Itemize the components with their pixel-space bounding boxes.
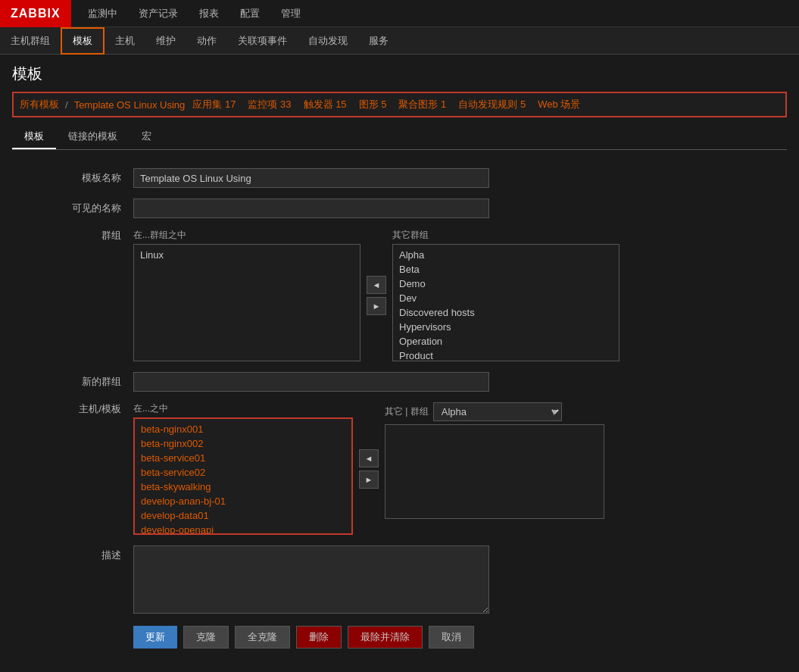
group-arrow-buttons: ◄ ► [367,276,386,315]
group-other-item-3[interactable]: Dev [396,291,616,305]
group-other-label: 其它群组 [392,229,620,242]
host-item-0[interactable]: beta-nginx001 [138,422,348,436]
new-group-input[interactable] [133,372,489,392]
host-arrow-buttons: ◄ ► [359,449,379,489]
group-other-item-7[interactable]: Product [396,349,616,361]
host-other-label: 其它 | 群组 Alpha Beta Linux ▼ [385,402,604,421]
group-move-right-button[interactable]: ► [367,297,386,315]
nav-services[interactable]: 服务 [358,27,399,55]
host-template-in-block: 在...之中 beta-nginx001 beta-nginx002 beta-… [133,402,353,535]
clone-button[interactable]: 克隆 [183,626,229,649]
group-other-item-2[interactable]: Demo [396,277,616,291]
host-listbox-other[interactable] [385,424,604,519]
breadcrumb-bar: 所有模板 / Template OS Linux Using 应用集 17 监控… [12,92,787,117]
group-other-item-0[interactable]: Alpha [396,248,616,262]
breadcrumb-all-templates[interactable]: 所有模板 [20,98,59,111]
description-row: 描述 [12,545,787,614]
group-in-item-linux[interactable]: Linux [137,248,357,262]
host-item-3[interactable]: beta-service02 [138,465,348,480]
template-name-input[interactable] [133,168,489,188]
visible-name-input[interactable] [133,198,489,218]
breadcrumb-tab-appsets[interactable]: 应用集 17 [188,96,240,113]
host-template-label: 主机/模板 [12,402,133,416]
breadcrumb-tab-discovery[interactable]: 自动发现规则 5 [454,96,530,113]
top-nav-items: 监测中 资产记录 报表 配置 管理 [77,0,311,27]
nav-templates[interactable]: 模板 [61,27,105,55]
group-other-item-5[interactable]: Hypervisors [396,320,616,334]
breadcrumb-tab-triggers[interactable]: 触发器 15 [299,96,351,113]
host-move-right-button[interactable]: ► [359,470,379,489]
host-item-1[interactable]: beta-nginx002 [138,436,348,451]
cancel-button[interactable]: 取消 [429,626,474,649]
group-other-listbox[interactable]: Alpha Beta Demo Dev Discovered hosts Hyp… [392,244,620,361]
visible-name-label: 可见的名称 [12,198,133,215]
host-template-in-label: 在...之中 [133,402,353,415]
groups-row: 群组 在...群组之中 Linux ◄ ► 其它群组 Alpha Beta [12,229,787,361]
new-group-row: 新的群组 [12,372,787,392]
page-title: 模板 [12,64,787,84]
nav-reports[interactable]: 报表 [189,0,229,27]
action-buttons: 更新 克隆 全克隆 删除 最除并清除 取消 [12,626,787,649]
nav-host-groups[interactable]: 主机群组 [0,27,61,55]
host-template-other-block: 其它 | 群组 Alpha Beta Linux ▼ [385,402,604,519]
breadcrumb-current-template[interactable]: Template OS Linux Using [74,99,186,111]
nav-linked-events[interactable]: 关联项事件 [227,27,298,55]
host-item-5[interactable]: develop-anan-bj-01 [138,494,348,508]
group-other-item-6[interactable]: Operation [396,334,616,349]
form-section: 模板名称 可见的名称 群组 在...群组之中 Linux ◄ ► [12,162,787,655]
template-name-label: 模板名称 [12,168,133,185]
group-in-listbox[interactable]: Linux [133,244,360,361]
logo[interactable]: ZABBIX [0,0,71,27]
host-template-row: 主机/模板 在...之中 beta-nginx001 beta-nginx002… [12,402,787,535]
description-textarea[interactable] [133,545,489,614]
nav-auto-discovery[interactable]: 自动发现 [298,27,358,55]
host-group-select[interactable]: Alpha Beta Linux [433,402,562,421]
breadcrumb-tab-graphs[interactable]: 图形 5 [354,96,392,113]
description-label: 描述 [12,545,133,562]
breadcrumb-separator: / [65,99,68,111]
group-other-item-4[interactable]: Discovered hosts [396,305,616,320]
groups-label: 群组 [12,229,133,242]
nav-hosts[interactable]: 主机 [105,27,145,55]
host-item-2[interactable]: beta-service01 [138,451,348,465]
new-group-label: 新的群组 [12,372,133,389]
sub-tabs: 模板 链接的模板 宏 [12,125,787,150]
full-clone-button[interactable]: 全克隆 [235,626,290,649]
nav-maintenance[interactable]: 维护 [145,27,186,55]
nav-actions[interactable]: 动作 [186,27,227,55]
update-button[interactable]: 更新 [133,626,177,649]
breadcrumb-tab-items[interactable]: 监控项 33 [243,96,295,113]
group-in-label: 在...群组之中 [133,229,360,242]
group-move-left-button[interactable]: ◄ [367,276,386,294]
host-item-7[interactable]: develop-openapi [138,523,348,535]
template-name-row: 模板名称 [12,168,787,188]
host-move-left-button[interactable]: ◄ [359,449,379,467]
nav-monitor[interactable]: 监测中 [77,0,128,27]
second-navigation: 主机群组 模板 主机 维护 动作 关联项事件 自动发现 服务 [0,27,799,55]
nav-config[interactable]: 配置 [229,0,270,27]
sub-tab-template[interactable]: 模板 [12,125,56,149]
group-in-block: 在...群组之中 Linux [133,229,360,361]
host-item-6[interactable]: develop-data01 [138,508,348,523]
host-template-container: 在...之中 beta-nginx001 beta-nginx002 beta-… [133,402,604,535]
group-other-item-1[interactable]: Beta [396,262,616,277]
sub-tab-linked[interactable]: 链接的模板 [56,125,130,149]
breadcrumb-tab-screens[interactable]: 聚合图形 1 [394,96,451,113]
group-other-block: 其它群组 Alpha Beta Demo Dev Discovered host… [392,229,620,361]
nav-assets[interactable]: 资产记录 [128,0,189,27]
breadcrumb-tab-web[interactable]: Web 场景 [533,96,585,113]
sub-tab-macros[interactable]: 宏 [130,125,164,149]
host-listbox-in[interactable]: beta-nginx001 beta-nginx002 beta-service… [133,417,353,535]
top-navigation: ZABBIX 监测中 资产记录 报表 配置 管理 [0,0,799,27]
visible-name-row: 可见的名称 [12,198,787,218]
groups-container: 在...群组之中 Linux ◄ ► 其它群组 Alpha Beta Demo … [133,229,620,361]
nav-admin[interactable]: 管理 [270,0,311,27]
delete-clean-button[interactable]: 最除并清除 [348,626,423,649]
host-item-4[interactable]: beta-skywalking [138,480,348,494]
delete-button[interactable]: 删除 [296,626,342,649]
page-content: 模板 所有模板 / Template OS Linux Using 应用集 17… [0,55,799,664]
